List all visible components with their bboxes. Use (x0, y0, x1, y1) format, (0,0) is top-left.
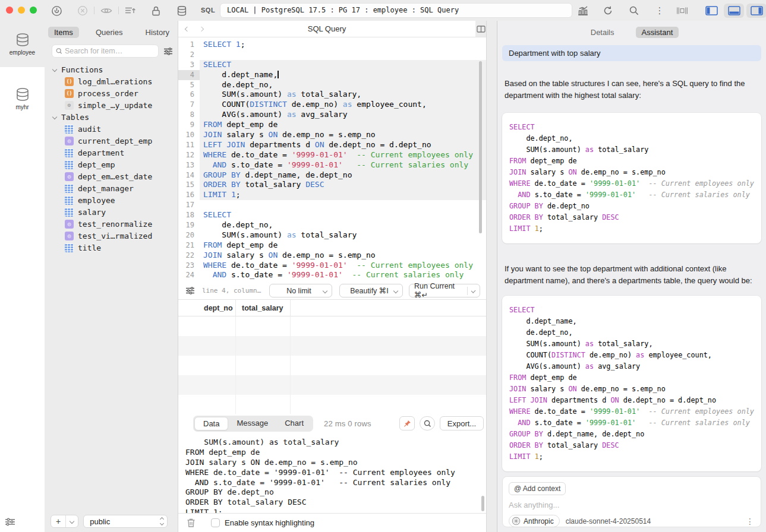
view-icon: ◎ (65, 220, 74, 229)
result-cell[interactable] (236, 395, 291, 414)
tree-item[interactable]: title (45, 242, 178, 254)
panel-divider[interactable] (486, 21, 497, 532)
result-cell[interactable] (236, 316, 291, 336)
column-header-dept_no[interactable]: dept_no (198, 300, 236, 316)
chart-icon[interactable] (577, 5, 589, 17)
assistant-code-block[interactable]: SELECT d.dept_name, de.dept_no, SUM(s.am… (502, 296, 761, 471)
zoom-window-button[interactable] (30, 7, 37, 14)
tab-items[interactable]: Items (48, 27, 79, 38)
refresh-icon[interactable] (602, 5, 614, 17)
add-item-plus[interactable]: + (51, 515, 66, 527)
code-text: d.dept_name, (200, 70, 486, 80)
tab-chart[interactable]: Chart (276, 417, 312, 430)
result-cell[interactable] (236, 336, 291, 356)
pin-result-button[interactable] (399, 416, 415, 430)
result-cell[interactable] (198, 375, 236, 395)
table-row[interactable] (178, 336, 486, 356)
limit-select[interactable]: No limit (269, 284, 332, 297)
table-row[interactable] (178, 356, 486, 375)
tab-message[interactable]: Message (228, 417, 276, 430)
result-cell[interactable] (236, 375, 291, 395)
tab-queries[interactable]: Queries (90, 27, 129, 38)
assistant-more-icon[interactable]: ⋮ (746, 517, 755, 526)
line-number: 18 (178, 210, 200, 220)
assistant-topic[interactable]: Department with top salary (502, 45, 761, 61)
add-context-chip[interactable]: @ Add context (509, 482, 566, 495)
provider-pill[interactable]: Anthropic (509, 515, 560, 527)
result-cell[interactable] (198, 336, 236, 356)
tree-item[interactable]: department (45, 147, 178, 159)
search-icon[interactable] (628, 5, 640, 17)
tree-item[interactable]: ◎current_dept_emp (45, 135, 178, 147)
rail-filter-icon[interactable] (5, 518, 15, 526)
trash-icon[interactable] (187, 518, 196, 528)
run-chevron-icon[interactable] (471, 288, 475, 293)
pending-changes-icon[interactable] (124, 5, 136, 17)
search-results-button[interactable] (420, 416, 435, 430)
table-row[interactable] (178, 375, 486, 395)
tab-data[interactable]: Data (194, 417, 228, 430)
close-window-button[interactable] (6, 7, 13, 14)
more-options-icon[interactable]: ⋮ (654, 5, 666, 17)
message-output[interactable]: SUM(s.amount) as total_salaryFROM dept_e… (178, 433, 486, 515)
tab-details[interactable]: Details (585, 27, 620, 38)
toggle-bottom-panel-button[interactable] (724, 4, 744, 18)
tree-item[interactable]: dept_emp (45, 159, 178, 170)
assistant-code-block[interactable]: SELECT de.dept_no, SUM(s.amount) as tota… (502, 113, 761, 243)
left-panel-fill (707, 8, 710, 14)
editor-settings-icon[interactable] (185, 287, 195, 294)
tree-item[interactable]: ◎dept_em…est_date (45, 170, 178, 182)
tree-item[interactable]: salary (45, 206, 178, 218)
connection-title[interactable]: LOCAL | PostgreSQL 17.5 : PG 17 : employ… (220, 3, 572, 18)
tree-item[interactable]: ⚙simple_…y_update (45, 99, 178, 111)
table-row[interactable] (178, 316, 486, 336)
sidebar-search[interactable] (52, 45, 159, 58)
result-cell[interactable] (198, 395, 236, 414)
tree-item[interactable]: ◎test_renormalize (45, 218, 178, 230)
tree-item[interactable]: dept_manager (45, 182, 178, 194)
tree-item[interactable]: ()log_dml…erations (45, 75, 178, 87)
disconnect-icon[interactable] (77, 5, 89, 17)
search-icon (424, 420, 431, 428)
beautify-button[interactable]: Beautify ⌘I (339, 284, 403, 297)
minimize-window-button[interactable] (18, 7, 25, 14)
export-button[interactable]: Export... (440, 416, 484, 430)
sidebar-filter-icon[interactable] (163, 48, 173, 55)
tree-section-tables[interactable]: Tables (45, 111, 178, 123)
windows-icon[interactable] (676, 5, 688, 17)
editor-scrollbar[interactable] (479, 61, 482, 233)
lock-icon[interactable] (150, 5, 162, 17)
tree-section-functions[interactable]: Functions (45, 64, 178, 75)
schema-select[interactable]: public (83, 515, 168, 528)
results-grid[interactable]: dept_nototal_salary (178, 300, 486, 414)
add-item-button[interactable]: + (51, 515, 78, 528)
toggle-left-panel-button[interactable] (701, 4, 721, 18)
run-current-button[interactable]: Run Current ⌘↵ (409, 284, 480, 297)
message-scrollbar[interactable] (481, 496, 484, 511)
database-icon[interactable] (176, 5, 188, 17)
column-header-total_salary[interactable]: total_salary (236, 300, 291, 316)
connection-myhr[interactable]: myhr (0, 87, 45, 110)
assistant-code-line: SELECT (509, 305, 754, 316)
tree-item[interactable]: ◎test_vi…rmalized (45, 230, 178, 242)
table-row[interactable] (178, 395, 486, 414)
result-cell[interactable] (236, 356, 291, 375)
sql-editor[interactable]: 1SELECT 1;23SELECT4 d.dept_name,5 de.dep… (178, 37, 486, 282)
toggle-right-panel-button[interactable] (746, 4, 766, 18)
add-item-chevron-icon[interactable] (70, 519, 74, 524)
tab-history[interactable]: History (140, 27, 175, 38)
preview-eye-icon[interactable] (100, 5, 112, 17)
result-cell[interactable] (198, 356, 236, 375)
connection-employee[interactable]: employee (0, 33, 45, 56)
code-text: SELECT 1; (200, 40, 486, 50)
tab-assistant[interactable]: Assistant (636, 27, 679, 38)
sidebar-search-input[interactable] (65, 47, 155, 55)
tree-item[interactable]: employee (45, 194, 178, 206)
tree-item[interactable]: ()process_order (45, 87, 178, 99)
result-cell[interactable] (198, 316, 236, 336)
syntax-highlight-checkbox[interactable] (211, 518, 220, 527)
tree-item[interactable]: audit (45, 123, 178, 135)
connection-plug-icon[interactable] (51, 5, 62, 17)
split-editor-icon[interactable] (475, 21, 486, 37)
ask-anything-input[interactable] (509, 501, 755, 509)
